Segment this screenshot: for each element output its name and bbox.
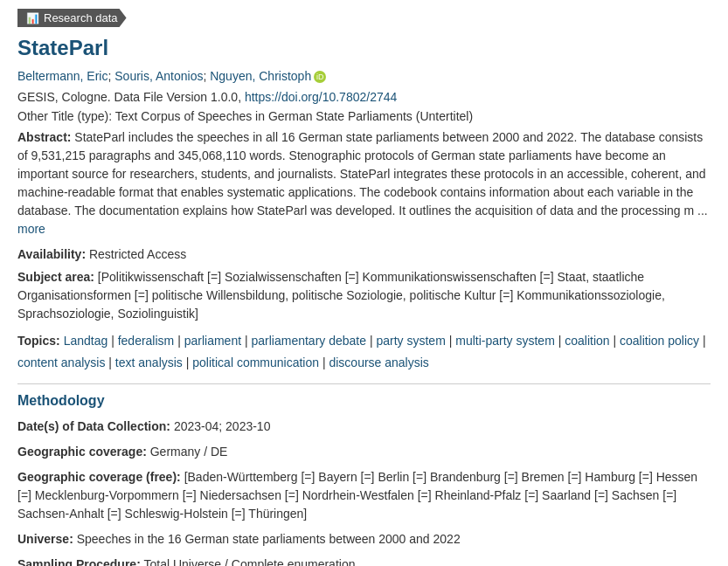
availability-label: Availability: [17, 247, 86, 261]
sampling-label: Sampling Procedure: [17, 557, 141, 566]
orcid-icon: iD [314, 71, 326, 83]
topic-link[interactable]: multi-party system [455, 334, 555, 348]
topic-link[interactable]: political communication [192, 355, 319, 369]
abstract-section: Abstract: StateParl includes the speeche… [17, 128, 711, 238]
methodology-section: Methodology Date(s) of Data Collection: … [17, 383, 711, 566]
author-souris[interactable]: Souris, Antonios [114, 69, 203, 83]
topic-link[interactable]: federalism [118, 334, 175, 348]
more-link[interactable]: more [17, 222, 45, 236]
methodology-title: Methodology [17, 393, 711, 409]
topic-link[interactable]: coalition [565, 334, 609, 348]
topic-link[interactable]: discourse analysis [329, 355, 428, 369]
geographic-coverage-row: Geographic coverage: Germany / DE [17, 443, 711, 461]
badge-label: Research data [44, 11, 118, 24]
topic-link[interactable]: parliamentary debate [251, 334, 366, 348]
topics-label: Topics: [17, 334, 60, 348]
subject-area-value: [Politikwissenschaft [=] Sozialwissensch… [17, 270, 665, 321]
abstract-text: StateParl includes the speeches in all 1… [17, 130, 708, 217]
other-title-label: Other Title (type): [17, 109, 112, 123]
sampling-value: Total Universe / Complete enumeration [143, 557, 355, 566]
date-collection-label: Date(s) of Data Collection: [17, 419, 170, 433]
date-collection-row: Date(s) of Data Collection: 2023-04; 202… [17, 418, 711, 436]
universe-label: Universe: [17, 532, 73, 546]
date-collection-value: 2023-04; 2023-10 [174, 419, 271, 433]
topic-link[interactable]: text analysis [115, 355, 183, 369]
subject-area-section: Subject area: [Politikwissenschaft [=] S… [17, 268, 711, 323]
topic-link[interactable]: coalition policy [620, 334, 699, 348]
doi-link[interactable]: https://doi.org/10.7802/2744 [245, 90, 397, 104]
chart-icon: 📊 [26, 12, 39, 24]
topic-link[interactable]: content analysis [17, 355, 105, 369]
sampling-row: Sampling Procedure: Total Universe / Com… [17, 556, 711, 566]
other-title-line: Other Title (type): Text Corpus of Speec… [17, 109, 711, 123]
topic-link[interactable]: party system [376, 334, 445, 348]
subject-area-label: Subject area: [17, 270, 94, 284]
research-data-badge: 📊 Research data [17, 9, 127, 27]
page-title: StateParl [17, 36, 711, 60]
geographic-coverage-free-label: Geographic coverage (free): [17, 470, 181, 484]
other-title-value: Text Corpus of Speeches in German State … [115, 109, 473, 123]
topics-section: Topics: Landtag | federalism | parliamen… [17, 330, 711, 374]
topics-links: Landtag | federalism | parliament | parl… [17, 334, 706, 369]
geographic-coverage-value: Germany / DE [150, 445, 228, 459]
meta-institution: GESIS, Cologne. Data File Version 1.0.0,… [17, 90, 711, 104]
universe-value: Speeches in the 16 German state parliame… [77, 532, 461, 546]
abstract-label: Abstract: [17, 130, 71, 144]
author-beltermann[interactable]: Beltermann, Eric [17, 69, 107, 83]
author-nguyen[interactable]: Nguyen, Christoph [210, 69, 311, 83]
geographic-coverage-label: Geographic coverage: [17, 445, 147, 459]
universe-row: Universe: Speeches in the 16 German stat… [17, 530, 711, 549]
authors-line: Beltermann, Eric; Souris, Antonios; Nguy… [17, 69, 711, 83]
geographic-coverage-free-row: Geographic coverage (free): [Baden-Württ… [17, 468, 711, 523]
topic-link[interactable]: Landtag [64, 334, 108, 348]
availability-section: Availability: Restricted Access [17, 247, 711, 261]
topic-link[interactable]: parliament [184, 334, 241, 348]
availability-value: Restricted Access [89, 247, 186, 261]
